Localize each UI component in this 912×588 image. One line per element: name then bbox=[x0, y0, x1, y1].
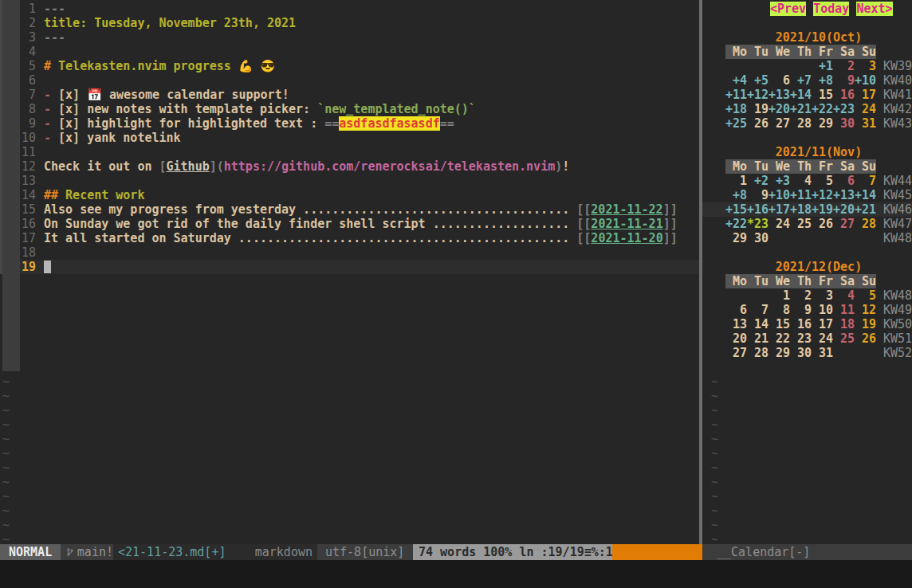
calendar-day[interactable]: 20 bbox=[725, 331, 747, 346]
calendar-day[interactable]: 13 bbox=[725, 317, 747, 331]
calendar-day[interactable]: +20 bbox=[833, 202, 855, 217]
calendar-day[interactable]: 31 bbox=[855, 116, 876, 131]
calendar-day[interactable]: +13 bbox=[769, 88, 790, 102]
calendar-day[interactable]: +2 bbox=[747, 174, 769, 188]
calendar-day[interactable]: +7 bbox=[790, 73, 812, 88]
github-url[interactable]: https://github.com/renerocksai/telekaste… bbox=[224, 159, 555, 174]
calendar-day[interactable]: +10 bbox=[769, 188, 790, 202]
calendar-day[interactable]: 18 bbox=[833, 317, 855, 331]
calendar-day[interactable]: 17 bbox=[812, 317, 833, 331]
calendar-day[interactable]: 30 bbox=[790, 346, 812, 360]
calendar-day[interactable]: 9 bbox=[747, 188, 769, 202]
calendar-day[interactable]: 3 bbox=[812, 288, 833, 303]
calendar-day[interactable]: 15 bbox=[769, 317, 790, 331]
calendar-day[interactable]: 30 bbox=[747, 231, 769, 245]
calendar-day[interactable]: +21 bbox=[790, 102, 812, 116]
calendar-day[interactable]: +1 bbox=[812, 59, 833, 73]
calendar-day[interactable]: 22 bbox=[769, 331, 790, 346]
calendar-day[interactable]: 29 bbox=[725, 231, 747, 245]
calendar-day[interactable]: +13 bbox=[833, 188, 855, 202]
calendar-day[interactable]: 2 bbox=[833, 59, 855, 73]
calendar-day[interactable]: +3 bbox=[769, 174, 790, 188]
calendar-day[interactable]: +22 bbox=[812, 102, 833, 116]
calendar-day[interactable]: 4 bbox=[790, 174, 812, 188]
today-button[interactable]: Today bbox=[813, 2, 849, 16]
calendar-day[interactable]: 31 bbox=[812, 346, 833, 360]
next-button[interactable]: Next> bbox=[856, 2, 892, 16]
editor-buffer[interactable]: 1---2title: Tuesday, November 23th, 2021… bbox=[0, 0, 699, 544]
calendar-day[interactable]: 10 bbox=[812, 303, 833, 317]
calendar-day[interactable]: 5 bbox=[855, 288, 876, 303]
calendar-day[interactable]: 7 bbox=[747, 303, 769, 317]
calendar-day[interactable]: 12 bbox=[855, 303, 876, 317]
calendar-day[interactable]: 23 bbox=[790, 331, 812, 346]
calendar-day[interactable]: +11 bbox=[790, 188, 812, 202]
calendar-day[interactable]: 19 bbox=[747, 102, 769, 116]
calendar-day[interactable]: 26 bbox=[812, 217, 833, 231]
calendar-day[interactable]: +23 bbox=[833, 102, 855, 116]
calendar-window[interactable]: <Prev Today Next>2021/10(Oct)MoTuWeThFrS… bbox=[702, 0, 912, 544]
calendar-day[interactable]: 2 bbox=[790, 288, 812, 303]
calendar-day[interactable]: 28 bbox=[747, 346, 769, 360]
calendar-day[interactable]: 8 bbox=[769, 303, 790, 317]
calendar-day[interactable]: +17 bbox=[769, 202, 790, 217]
calendar-day[interactable]: 17 bbox=[855, 88, 876, 102]
calendar-day[interactable]: 30 bbox=[833, 116, 855, 131]
calendar-scrollbar[interactable] bbox=[2, 0, 20, 371]
prev-button[interactable]: <Prev bbox=[770, 2, 806, 16]
calendar-day[interactable]: 7 bbox=[855, 174, 876, 188]
github-link[interactable]: Github bbox=[167, 159, 210, 174]
calendar-day[interactable]: +12 bbox=[812, 188, 833, 202]
calendar-day[interactable]: 21 bbox=[747, 331, 769, 346]
calendar-day[interactable]: 9 bbox=[790, 303, 812, 317]
calendar-day[interactable]: +5 bbox=[747, 73, 769, 88]
note-link[interactable]: 2021-11-21 bbox=[591, 217, 662, 231]
calendar-day[interactable]: 28 bbox=[855, 217, 876, 231]
calendar-day[interactable]: +8 bbox=[812, 73, 833, 88]
calendar-day[interactable]: 27 bbox=[725, 346, 747, 360]
calendar-day[interactable]: +10 bbox=[855, 73, 876, 88]
calendar-day[interactable]: 4 bbox=[833, 288, 855, 303]
calendar-day[interactable]: 26 bbox=[747, 116, 769, 131]
calendar-day[interactable]: +12 bbox=[747, 88, 769, 102]
calendar-day[interactable]: +18 bbox=[790, 202, 812, 217]
calendar-day[interactable]: 5 bbox=[812, 174, 833, 188]
calendar-day[interactable]: 6 bbox=[769, 73, 790, 88]
calendar-day[interactable]: +16 bbox=[747, 202, 769, 217]
calendar-day[interactable]: 25 bbox=[833, 331, 855, 346]
calendar-day[interactable]: 16 bbox=[833, 88, 855, 102]
calendar-day[interactable]: +22 bbox=[725, 217, 747, 231]
calendar-day[interactable]: +25 bbox=[725, 116, 747, 131]
calendar-day[interactable]: 26 bbox=[855, 331, 876, 346]
calendar-day[interactable]: 24 bbox=[812, 331, 833, 346]
calendar-day[interactable]: 15 bbox=[812, 88, 833, 102]
calendar-day[interactable]: +8 bbox=[725, 188, 747, 202]
calendar-day[interactable]: +14 bbox=[790, 88, 812, 102]
calendar-day[interactable]: 1 bbox=[725, 174, 747, 188]
calendar-day[interactable]: +18 bbox=[725, 102, 747, 116]
calendar-day[interactable]: 19 bbox=[855, 317, 876, 331]
calendar-day[interactable]: 6 bbox=[833, 174, 855, 188]
calendar-day[interactable]: +11 bbox=[725, 88, 747, 102]
calendar-day[interactable]: 14 bbox=[747, 317, 769, 331]
calendar-day[interactable]: +15 bbox=[725, 202, 747, 217]
calendar-day[interactable]: 6 bbox=[725, 303, 747, 317]
calendar-day[interactable]: 27 bbox=[769, 116, 790, 131]
calendar-day[interactable]: 29 bbox=[812, 116, 833, 131]
calendar-day[interactable]: 11 bbox=[833, 303, 855, 317]
note-link[interactable]: 2021-11-22 bbox=[591, 202, 662, 217]
calendar-day[interactable]: 16 bbox=[790, 317, 812, 331]
calendar-day[interactable]: 3 bbox=[855, 59, 876, 73]
calendar-day[interactable]: 24 bbox=[769, 217, 790, 231]
calendar-day[interactable]: 9 bbox=[833, 73, 855, 88]
calendar-day[interactable]: +20 bbox=[769, 102, 790, 116]
calendar-day[interactable]: +4 bbox=[725, 73, 747, 88]
calendar-day[interactable]: 1 bbox=[769, 288, 790, 303]
calendar-day[interactable]: +14 bbox=[855, 188, 876, 202]
note-link[interactable]: 2021-11-20 bbox=[591, 231, 662, 245]
calendar-day[interactable]: +19 bbox=[812, 202, 833, 217]
calendar-day[interactable]: 24 bbox=[855, 102, 876, 116]
calendar-day[interactable]: 25 bbox=[790, 217, 812, 231]
calendar-day[interactable]: +21 bbox=[855, 202, 876, 217]
calendar-day[interactable]: 29 bbox=[769, 346, 790, 360]
